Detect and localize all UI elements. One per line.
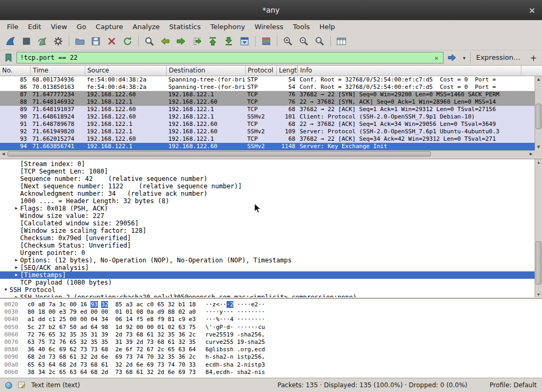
detail-line[interactable]: ▶[Timestamps] [0,271,535,279]
detail-line[interactable]: TCP payload (1080 bytes) [0,279,535,286]
menu-analyze[interactable]: Analyze [128,22,165,32]
hscroll-left-arrow-icon[interactable]: ◀ [0,151,7,157]
zoom-in-icon[interactable] [281,34,295,48]
details-vscroll-thumb[interactable] [536,241,541,285]
detail-line[interactable]: 1000 .... = Header Length: 32 bytes (8) [0,197,535,205]
vscroll-thumb[interactable] [536,104,541,129]
hex-row-00a0[interactable]: 00a065 63 64 68 2d 73 68 61 32 2d 6e 69 … [0,361,542,369]
column-header-source[interactable]: Source [85,66,167,76]
add-filter-button[interactable]: + [527,53,540,63]
vscroll-up-arrow-icon[interactable]: ▲ [535,76,542,83]
reload-file-icon[interactable] [120,34,135,48]
go-to-packet-icon[interactable] [189,34,204,48]
detail-line[interactable]: ▶SSH Version 2 (encryption:chacha20-poly… [0,294,535,297]
detail-line[interactable]: ▶Flags: 0x018 (PSH, ACK) [0,205,535,212]
filter-apply-icon[interactable] [445,51,459,64]
filter-bookmark-icon[interactable] [2,51,15,64]
menu-telephony[interactable]: Telephony [205,22,250,32]
menu-go[interactable]: Go [72,22,91,32]
column-header-destination[interactable]: Destination [167,66,246,76]
go-first-icon[interactable] [205,34,220,48]
detail-line[interactable]: ▶Options: (12 bytes), No-Operation (NOP)… [0,257,535,264]
filter-clear-icon[interactable]: × [433,54,440,62]
hex-row-0030[interactable]: 003080 18 00 e3 79 ed 00 00 01 01 08 0a … [0,308,542,316]
zoom-original-icon[interactable]: 1:1 [312,34,327,48]
expander-collapsed-icon[interactable]: ▶ [13,271,20,279]
packet-row-89[interactable]: 8971.648191037192.168.122.60192.168.122.… [0,106,535,113]
packet-row-92[interactable]: 9271.661949820192.168.122.1192.168.122.6… [0,128,535,135]
hex-row-0080[interactable]: 008036 40 6c 69 62 73 73 68 2e 6f 72 67 … [0,346,542,353]
hex-row-0020[interactable]: 0020c0 a8 7a 3c 00 16 93 32 85 a3 ac c0 … [0,301,542,308]
hex-row-0040[interactable]: 0040a1 dd c1 25 00 00 04 34 06 14 f5 e8 … [0,316,542,323]
details-vscrollbar[interactable]: ▲ ▼ [535,159,542,297]
hex-row-0060[interactable]: 006072 76 65 32 35 35 31 39 2d 73 68 61 … [0,331,542,339]
display-filter-input[interactable]: !tcp.port == 22 × [16,52,444,63]
expander-collapsed-icon[interactable]: ▶ [13,257,20,264]
zoom-out-icon[interactable] [296,34,311,48]
menu-edit[interactable]: Edit [23,22,46,32]
go-back-icon[interactable] [158,34,173,48]
detail-line[interactable]: Checksum: 0x79ed [unverified] [0,234,535,242]
detail-line[interactable]: Acknowledgment number: 34 (relative ack … [0,190,535,197]
hex-row-0090[interactable]: 009068 2d 73 68 61 32 2d 6e 69 73 74 70 … [0,353,542,361]
resize-columns-icon[interactable] [334,34,349,48]
vscroll-down-arrow-icon[interactable]: ▼ [535,144,542,150]
restart-capture-icon[interactable] [35,34,50,48]
title-bar[interactable]: *any × [0,0,542,20]
packet-row-91[interactable]: 9171.648789678192.168.122.1192.168.122.6… [0,121,535,128]
details-vscroll-up-arrow-icon[interactable]: ▲ [535,159,542,166]
detail-line[interactable]: [Stream index: 0] [0,160,535,168]
hscroll-right-arrow-icon[interactable]: ▶ [528,151,535,157]
hex-row-0070[interactable]: 007063 75 72 76 65 32 35 35 31 39 2d 73 … [0,339,542,346]
column-header-length[interactable]: Length [277,66,298,76]
open-file-icon[interactable] [73,34,87,48]
detail-line[interactable]: [Checksum Status: Unverified] [0,242,535,249]
menu-tools[interactable]: Tools [288,22,314,32]
expert-info-icon[interactable] [5,382,12,389]
colorize-icon[interactable] [259,34,274,48]
expander-collapsed-icon[interactable]: ▶ [13,294,20,297]
detail-line[interactable]: Window size value: 227 [0,212,535,220]
go-last-icon[interactable] [221,34,236,48]
column-header-protocol[interactable]: Protocol [246,66,277,76]
hscroll-thumb[interactable] [7,151,431,157]
detail-line[interactable]: [Calculated window size: 29056] [0,220,535,227]
column-header-no[interactable]: No. [0,66,31,76]
packet-row-93[interactable]: 9371.662015274192.168.122.60192.168.122.… [0,135,535,143]
find-packet-icon[interactable] [142,34,157,48]
expander-collapsed-icon[interactable]: ▶ [13,205,20,212]
packet-row-90[interactable]: 9071.648618924192.168.122.60192.168.122.… [0,113,535,121]
expander-expanded-icon[interactable]: ▼ [2,286,10,294]
menu-file[interactable]: File [2,22,23,32]
hex-row-0050[interactable]: 00505c 27 b2 67 50 ad 64 98 1d 92 00 00 … [0,324,542,331]
packet-row-94[interactable]: 9471.663856741192.168.122.1192.168.122.6… [0,143,535,150]
expander-collapsed-icon[interactable]: ▶ [13,264,20,271]
menu-view[interactable]: View [46,22,72,32]
menu-capture[interactable]: Capture [91,22,128,32]
packet-list-hscrollbar[interactable]: ◀ ▶ [0,150,535,157]
detail-line[interactable]: [TCP Segment Len: 1080] [0,168,535,175]
packet-row-86[interactable]: 8670.013850163fe:54:00:d4:38:2aSpanning-… [0,84,535,91]
status-profile[interactable]: Profile: Default [490,381,537,389]
details-vscroll-down-arrow-icon[interactable]: ▼ [535,291,542,297]
capture-comment-icon[interactable] [17,380,26,390]
filter-dropdown-caret[interactable]: ▾ [460,55,467,61]
detail-line[interactable]: Urgent pointer: 0 [0,249,535,257]
auto-scroll-icon[interactable] [237,34,252,48]
detail-line[interactable]: ▼SSH Protocol [0,286,535,294]
packet-row-87[interactable]: 8771.647777234192.168.122.60192.168.122.… [0,91,535,98]
menu-statistics[interactable]: Statistics [165,22,205,32]
detail-line[interactable]: [Window size scaling factor: 128] [0,227,535,234]
packet-row-85[interactable]: 8568.001734936fe:54:00:d4:38:2aSpanning-… [0,76,535,84]
detail-line[interactable]: Sequence number: 42 (relative sequence n… [0,175,535,183]
menu-wireless[interactable]: Wireless [250,22,288,32]
menu-help[interactable]: Help [314,22,340,32]
hex-row-00b0[interactable]: 00b038 34 2c 65 63 64 68 2d 73 68 61 32 … [0,369,542,376]
column-header-info[interactable]: Info [298,66,521,76]
close-file-icon[interactable] [104,34,119,48]
stop-capture-icon[interactable] [19,34,34,48]
close-window-button[interactable]: × [529,0,536,20]
save-file-icon[interactable] [88,34,103,48]
go-forward-icon[interactable] [174,34,188,48]
packet-row-88[interactable]: 8871.648146932192.168.122.1192.168.122.6… [0,98,535,106]
